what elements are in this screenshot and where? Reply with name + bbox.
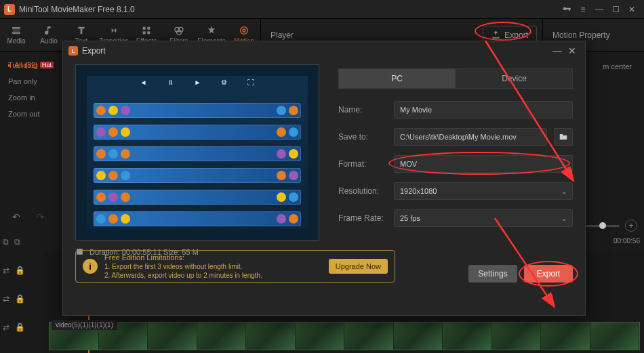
hot-badge: Hot (40, 62, 54, 68)
settings-button[interactable]: Settings (468, 265, 517, 283)
label-saveto: Save to: (338, 132, 387, 142)
chevron-down-icon: ⌄ (561, 215, 567, 222)
track-link-icon[interactable]: ⇄ (3, 266, 9, 275)
video-preview: ◄⏸►⚙⛶ (75, 64, 319, 241)
timecode-duration: 00:00:56 (613, 237, 640, 245)
tool-audio[interactable]: Audio (33, 19, 65, 51)
chevron-down-icon: ⌄ (561, 188, 567, 195)
dialog-title: Export (82, 46, 106, 56)
framerate-select[interactable]: 25 fps ⌄ (394, 209, 573, 227)
limit-title: Free Edition Limitations: (104, 253, 322, 262)
activate-key-icon[interactable] (559, 3, 575, 16)
dialog-close-icon[interactable]: ✕ (565, 45, 580, 56)
info-icon: i (83, 259, 98, 274)
track-lock-icon[interactable]: 🔒 (15, 266, 25, 275)
app-logo-icon: L (4, 4, 15, 15)
saveto-field[interactable]: C:\Users\tk\Desktop\My Movie.mov (394, 128, 547, 146)
undo-button[interactable]: ↶ (12, 211, 20, 222)
tab-device[interactable]: Device (456, 68, 573, 89)
track-add-icon[interactable]: ⧉ (3, 237, 9, 247)
dialog-titlebar: L Export — ✕ (63, 41, 585, 60)
format-select[interactable]: MOV ⌄ (394, 155, 573, 173)
export-dialog: L Export — ✕ ◄⏸►⚙⛶ Duration: 00:0 (62, 41, 586, 316)
sidebar-item-zoomout[interactable]: Zoom out (0, 106, 61, 122)
sidebar-item-pan[interactable]: Pan only (0, 73, 61, 89)
export-button[interactable]: Export (524, 265, 573, 283)
tab-pc[interactable]: PC (338, 68, 456, 89)
limitations-banner: i Free Edition Limitations: 1. Export th… (75, 250, 395, 283)
tool-media[interactable]: Media (0, 19, 33, 51)
svg-point-8 (241, 27, 248, 35)
zoom-in-button[interactable]: + (625, 220, 637, 232)
track-link2-icon[interactable]: ⇄ (3, 294, 9, 304)
redo-button[interactable]: ↷ (37, 211, 45, 222)
limit-line2: 2. Afterwards, export video up to 2 minu… (104, 271, 322, 280)
upgrade-button[interactable]: Upgrade Now (329, 259, 388, 274)
svg-rect-2 (143, 31, 146, 34)
close-icon[interactable]: ✕ (624, 3, 640, 16)
label-resolution: Resolution: (338, 186, 387, 196)
minimize-icon[interactable]: — (591, 3, 607, 16)
label-format: Format: (338, 159, 387, 169)
clip-label: video(5)(1)(1)(1)(1) (52, 320, 117, 330)
track-lock3-icon[interactable]: 🔒 (15, 323, 25, 332)
svg-rect-0 (143, 27, 146, 30)
app-title: MiniTool MovieMaker Free 8.1.0 (19, 5, 135, 14)
label-name: Name: (338, 105, 387, 115)
svg-rect-1 (147, 27, 150, 30)
track-lock2-icon[interactable]: 🔒 (15, 294, 25, 304)
name-field[interactable]: My Movie (394, 101, 573, 119)
chevron-down-icon: ⌄ (561, 161, 567, 168)
titlebar: L MiniTool MovieMaker Free 8.1.0 ≡ — ☐ ✕ (0, 0, 644, 19)
menu-icon[interactable]: ≡ (575, 3, 591, 16)
label-framerate: Frame Rate: (338, 213, 387, 223)
sidebar-item-trending[interactable]: Trending Hot (0, 57, 61, 73)
svg-rect-3 (147, 31, 150, 34)
dialog-logo-icon: L (68, 46, 78, 56)
property-hint: m center (603, 62, 632, 70)
timeline-clip[interactable] (49, 322, 640, 350)
dialog-minimize-icon[interactable]: — (550, 45, 565, 56)
browse-folder-button[interactable] (554, 128, 573, 146)
maximize-icon[interactable]: ☐ (607, 3, 624, 16)
track-link3-icon[interactable]: ⇄ (3, 323, 9, 332)
sidebar-item-zoomin[interactable]: Zoom in (0, 89, 61, 106)
limit-line1: 1. Export the first 3 videos without len… (104, 262, 322, 271)
resolution-select[interactable]: 1920x1080 ⌄ (394, 182, 573, 200)
svg-point-7 (243, 29, 245, 32)
track-dup-icon[interactable]: ⧉ (14, 237, 20, 247)
